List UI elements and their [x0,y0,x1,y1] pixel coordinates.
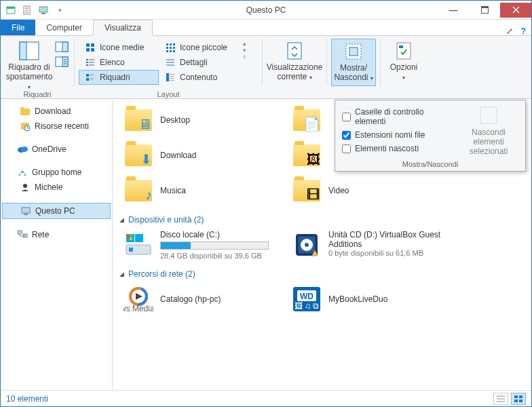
window-title: Questo PC [246,5,286,15]
net-catalogo[interactable]: Windows Media Player Catalogo (hp-pc) [119,282,288,317]
svg-rect-104 [519,400,522,402]
section-network[interactable]: ◢ Percorsi di rete (2) [119,263,531,282]
nav-this-pc[interactable]: Questo PC [2,203,111,219]
svg-rect-21 [86,43,90,47]
drive-local-sub: 28,4 GB disponibili su 39,6 GB [160,252,284,260]
layout-scroll[interactable]: ▴▾▿ [239,39,250,62]
nav-homegroup[interactable]: Gruppo home [1,165,112,180]
check-hidden-items[interactable]: Elementi nascosti [342,144,452,153]
svg-rect-31 [166,50,168,52]
nav-recent[interactable]: Risorse recenti [1,119,112,134]
options-icon [393,40,415,62]
drive-local-c[interactable]: Disco locale (C:) 28,4 GB disponibili su… [119,227,288,263]
svg-rect-25 [166,43,168,45]
computer-tab[interactable]: Computer [35,20,93,36]
drive-usage-bar [160,241,269,250]
section-network-label: Percorsi di rete (2) [128,269,195,279]
layout-content[interactable]: Contenuto [159,70,239,85]
homegroup-icon [17,167,28,178]
qat-dropdown-icon[interactable]: ▾ [52,3,67,18]
svg-rect-26 [170,43,172,45]
view-large-toggle[interactable] [511,393,526,405]
svg-rect-57 [397,43,411,59]
svg-text:Windows Media Player: Windows Media Player [124,304,153,313]
layout-small-icons[interactable]: Icone piccole [159,40,239,55]
status-item-count: 10 elementi [6,394,48,404]
folder-video[interactable]: 🎞 Video [288,173,456,208]
file-tab[interactable]: File [1,20,35,36]
folder-download-label: Download [160,151,196,160]
nav-network-label: Rete [32,230,49,239]
preview-pane-button[interactable] [54,40,70,54]
checkbox-hidden[interactable] [342,144,351,153]
section-devices[interactable]: ◢ Dispositivi e unità (2) [119,208,531,227]
svg-rect-83 [126,237,129,240]
layout-list[interactable]: Elenco [79,55,159,70]
svg-rect-61 [20,107,24,109]
this-pc-icon [20,206,31,216]
navigation-pane-icon [18,40,40,62]
wd-icon: WD🖼 ♫ ⧉ [292,284,322,314]
network-icon [17,229,28,240]
nav-download[interactable]: Download [1,104,112,119]
svg-rect-78 [129,248,133,252]
net-mybook-label: MyBookLiveDuo [328,294,387,304]
folder-music-label: Musica [160,186,186,195]
ribbon-group-show-hide: Mostra/ Nascondi ▾ [327,36,380,100]
qat-icon-1[interactable] [3,3,18,18]
drive-cd-sub: 0 byte disponibili su 61,6 MB [328,249,452,257]
check-item-checkboxes[interactable]: Caselle di controllo elementi [342,107,452,126]
svg-rect-58 [399,45,403,48]
ribbon-group-layout-label: Layout [79,89,258,100]
svg-rect-15 [62,42,68,52]
small-icons-icon [165,42,176,53]
nav-onedrive[interactable]: OneDrive [1,142,112,157]
checkbox-itemboxes[interactable] [342,113,351,121]
minimize-ribbon-icon[interactable]: ⤢ [506,26,513,36]
close-button[interactable] [500,3,531,18]
layout-small-label: Icone piccole [180,43,227,52]
tiles-icon [85,72,96,83]
help-icon[interactable]: ? [521,26,526,36]
ribbon-group-layout: Icone medie Icone piccole Elenco Dettagl… [75,36,262,100]
options-label: Opzioni [390,62,418,72]
nav-user-michele[interactable]: Michele [1,180,112,195]
svg-rect-33 [173,50,175,52]
details-pane-button[interactable] [54,55,70,69]
check-filename-extensions[interactable]: Estensioni nomi file [342,130,452,140]
checkbox-extensions[interactable] [342,131,351,140]
ribbon-group-panes: Riquadro di spostamento ▾ Riquadri [1,36,74,100]
navigation-pane-button[interactable]: Riquadro di spostamento ▾ [5,39,54,86]
show-hide-label: Mostra/ Nascondi [334,63,368,82]
layout-content-label: Contenuto [180,73,217,82]
folder-music[interactable]: ♪ Musica [119,173,288,208]
hide-selected-button[interactable]: Nascondi elementi selezionati [459,104,518,156]
view-details-toggle[interactable] [493,393,508,405]
maximize-button[interactable] [469,3,500,18]
folder-desktop[interactable]: 🖥 Desktop [119,102,288,138]
window-controls: — [438,3,531,18]
tab-row-right: ⤢ ? [506,26,531,36]
nav-recent-label: Risorse recenti [35,121,89,131]
hide-selected-icon [478,104,499,126]
options-button[interactable]: Opzioni▾ [385,39,423,86]
minimize-button[interactable]: — [438,3,469,18]
net-mybook[interactable]: WD🖼 ♫ ⧉ MyBookLiveDuo [288,282,456,317]
properties-icon[interactable] [20,3,35,18]
drive-cd-d[interactable]: Unità CD (D:) VirtualBox Guest Additions… [288,227,456,263]
svg-rect-28 [166,47,168,49]
layout-tiles[interactable]: Riquadri [79,70,159,85]
navigation-pane: Download Risorse recenti OneDrive Gruppo… [1,100,113,390]
folder-download[interactable]: ⬇ Download [119,138,288,173]
nav-network[interactable]: Rete [1,227,112,242]
layout-details[interactable]: Dettagli [159,55,239,70]
collapse-icon: ◢ [119,216,124,223]
cd-drive-icon [292,230,322,260]
layout-medium-icons[interactable]: Icone medie [79,40,159,55]
current-view-button[interactable]: Visualizzazione corrente ▾ [267,39,322,86]
ribbon-group-panes-label: Riquadri [5,89,70,100]
view-tab[interactable]: Visualizza [93,20,153,36]
svg-rect-68 [20,173,24,176]
show-hide-button[interactable]: Mostra/ Nascondi ▾ [331,39,376,86]
computer-icon[interactable] [36,3,51,18]
